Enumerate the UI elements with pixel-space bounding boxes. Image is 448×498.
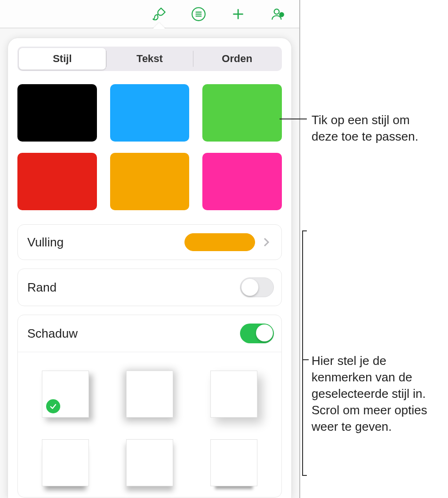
device-frame: Stijl Tekst Orden Vulling bbox=[0, 0, 300, 498]
style-swatch-pink[interactable] bbox=[202, 153, 282, 210]
fill-row[interactable]: Vulling bbox=[18, 225, 281, 260]
shadow-toggle[interactable] bbox=[240, 324, 274, 343]
fill-row-card: Vulling bbox=[17, 224, 282, 260]
shadow-options bbox=[18, 352, 281, 497]
shadow-option-flat[interactable] bbox=[195, 432, 273, 493]
svg-point-6 bbox=[274, 9, 280, 14]
shadow-option-centred[interactable] bbox=[111, 364, 188, 425]
shadow-label: Schaduw bbox=[27, 326, 240, 341]
insert-plus-button[interactable] bbox=[228, 4, 248, 24]
shadow-option-drop[interactable] bbox=[26, 364, 104, 425]
shadow-row: Schaduw bbox=[18, 315, 281, 352]
list-circle-button[interactable] bbox=[188, 4, 209, 24]
collaborate-button[interactable] bbox=[267, 4, 288, 24]
tab-arrange[interactable]: Orden bbox=[193, 48, 280, 70]
format-popover: Stijl Tekst Orden Vulling bbox=[8, 38, 292, 498]
border-row-card: Rand bbox=[17, 269, 282, 306]
shadow-option-curl[interactable] bbox=[111, 432, 188, 493]
fill-label: Vulling bbox=[27, 235, 184, 250]
style-swatch-blue[interactable] bbox=[110, 84, 190, 142]
fill-color-chip[interactable] bbox=[184, 233, 255, 251]
style-swatch-red[interactable] bbox=[17, 153, 97, 210]
style-swatch-black[interactable] bbox=[17, 84, 97, 142]
callout-bottom: Hier stel je de kenmerken van de geselec… bbox=[312, 353, 443, 435]
tab-style[interactable]: Stijl bbox=[19, 48, 106, 70]
format-brush-button[interactable] bbox=[149, 4, 169, 24]
checkmark-icon bbox=[46, 399, 60, 413]
tab-text[interactable]: Tekst bbox=[106, 48, 193, 70]
chevron-right-icon bbox=[261, 237, 272, 248]
shadow-option-contact[interactable] bbox=[26, 432, 104, 493]
shadow-option-soft[interactable] bbox=[195, 364, 273, 425]
style-swatches bbox=[17, 84, 282, 210]
style-swatch-green[interactable] bbox=[202, 84, 282, 142]
callout-top: Tik op een stijl om deze toe te passen. bbox=[312, 112, 439, 145]
segmented-control: Stijl Tekst Orden bbox=[17, 47, 282, 71]
shadow-section: Schaduw bbox=[17, 315, 282, 498]
border-label: Rand bbox=[27, 280, 240, 295]
style-swatch-orange[interactable] bbox=[110, 153, 190, 210]
top-toolbar bbox=[0, 0, 299, 28]
border-row: Rand bbox=[18, 269, 281, 306]
border-toggle[interactable] bbox=[240, 277, 274, 297]
